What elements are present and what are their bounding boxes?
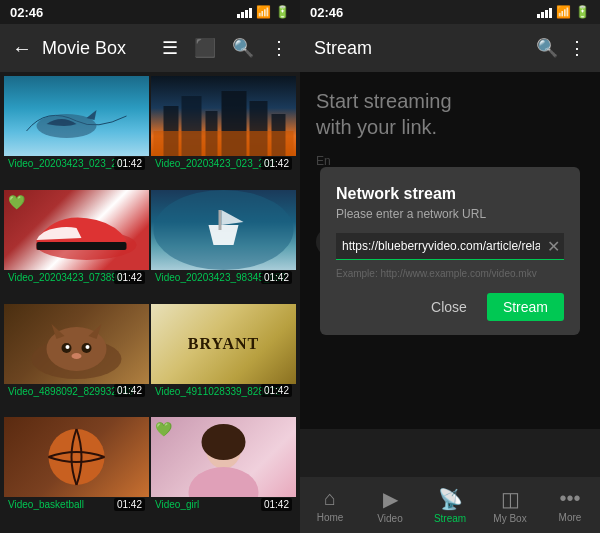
more-nav-icon: ••• <box>559 487 580 510</box>
nav-item-stream[interactable]: 📡 Stream <box>420 487 480 524</box>
video-icon: ▶ <box>383 487 398 511</box>
modal-overlay: Network stream Please enter a network UR… <box>300 72 600 429</box>
status-bar-left: 02:46 📶 🔋 <box>0 0 300 24</box>
status-bar-right: 02:46 📶 🔋 <box>300 0 600 24</box>
battery-icon-right: 🔋 <box>575 5 590 19</box>
nav-label-video: Video <box>377 513 402 524</box>
nav-label-stream: Stream <box>434 513 466 524</box>
nav-label-mybox: My Box <box>493 513 526 524</box>
duration-7: 01:42 <box>114 498 145 511</box>
svg-point-21 <box>202 424 246 460</box>
stream-content: Start streaming with your link. En https… <box>300 72 600 477</box>
signal-icon <box>237 6 252 18</box>
video-grid: 01:42 Video_20203423_023_221 01:42 Video… <box>0 72 300 533</box>
stream-icon: 📡 <box>438 487 463 511</box>
network-stream-dialog: Network stream Please enter a network UR… <box>320 167 580 335</box>
duration-8: 01:42 <box>261 498 292 511</box>
wifi-icon-right: 📶 <box>556 5 571 19</box>
status-icons-left: 📶 🔋 <box>237 5 290 19</box>
clear-input-button[interactable]: ✕ <box>547 237 560 256</box>
svg-rect-11 <box>219 210 222 230</box>
time-left: 02:46 <box>10 5 43 20</box>
duration-4: 01:42 <box>261 271 292 284</box>
duration-2: 01:42 <box>261 157 292 170</box>
battery-icon: 🔋 <box>275 5 290 19</box>
duration-3: 01:42 <box>114 271 145 284</box>
cast-icon[interactable]: ⬛ <box>194 37 216 59</box>
video-item-1[interactable]: 01:42 Video_20203423_023_221 <box>4 76 149 188</box>
left-panel: 02:46 📶 🔋 ← Movie Box ☰ ⬛ 🔍 ⋮ <box>0 0 300 533</box>
modal-placeholder: Example: http://www.example.com/video.mk… <box>336 268 564 279</box>
svg-point-16 <box>66 345 70 349</box>
nav-item-more[interactable]: ••• More <box>540 487 600 523</box>
left-header-title: Movie Box <box>42 38 152 59</box>
more-icon-right[interactable]: ⋮ <box>568 37 586 59</box>
header-icons-left: ☰ ⬛ 🔍 ⋮ <box>162 37 288 59</box>
bottom-nav: ⌂ Home ▶ Video 📡 Stream ◫ My Box ••• Mor… <box>300 477 600 533</box>
search-icon-left[interactable]: 🔍 <box>232 37 254 59</box>
modal-buttons: Close Stream <box>336 293 564 321</box>
video-item-4[interactable]: 01:42 Video_20203423_98345_887 <box>151 190 296 302</box>
search-icon-right[interactable]: 🔍 <box>536 37 558 59</box>
video-item-2[interactable]: 01:42 Video_20203423_023_262 <box>151 76 296 188</box>
nav-label-more: More <box>559 512 582 523</box>
svg-rect-9 <box>37 242 127 250</box>
heart-icon-8: 💚 <box>155 421 172 437</box>
duration-1: 01:42 <box>114 157 145 170</box>
header-left: ← Movie Box ☰ ⬛ 🔍 ⋮ <box>0 24 300 72</box>
duration-5: 01:42 <box>114 384 145 397</box>
modal-subtitle: Please enter a network URL <box>336 207 564 221</box>
svg-rect-7 <box>154 131 294 156</box>
video-item-6[interactable]: BRYANT 01:42 Video_4911028339_828372 <box>151 304 296 416</box>
svg-point-22 <box>189 467 259 497</box>
svg-point-19 <box>49 429 105 485</box>
wifi-icon: 📶 <box>256 5 271 19</box>
list-icon[interactable]: ☰ <box>162 37 178 59</box>
status-icons-right: 📶 🔋 <box>537 5 590 19</box>
right-panel: 02:46 📶 🔋 Stream 🔍 ⋮ Start streaming wit… <box>300 0 600 533</box>
modal-title: Network stream <box>336 185 564 203</box>
mybox-icon: ◫ <box>501 487 520 511</box>
signal-icon-right <box>537 6 552 18</box>
svg-point-17 <box>86 345 90 349</box>
modal-stream-button[interactable]: Stream <box>487 293 564 321</box>
video-item-5[interactable]: 01:42 Video_4898092_829932949 <box>4 304 149 416</box>
nav-label-home: Home <box>317 512 344 523</box>
modal-close-button[interactable]: Close <box>419 293 479 321</box>
header-right: Stream 🔍 ⋮ <box>300 24 600 72</box>
svg-point-18 <box>72 353 82 359</box>
video-item-8[interactable]: 💚 01:42 Video_girl <box>151 417 296 529</box>
nav-item-video[interactable]: ▶ Video <box>360 487 420 524</box>
time-right: 02:46 <box>310 5 343 20</box>
home-icon: ⌂ <box>324 487 336 510</box>
right-header-title: Stream <box>314 38 526 59</box>
nav-item-mybox[interactable]: ◫ My Box <box>480 487 540 524</box>
nav-item-home[interactable]: ⌂ Home <box>300 487 360 523</box>
video-item-7[interactable]: 01:42 Video_basketball <box>4 417 149 529</box>
more-icon-left[interactable]: ⋮ <box>270 37 288 59</box>
bryant-text: BRYANT <box>188 335 260 353</box>
network-url-input[interactable] <box>336 233 564 260</box>
duration-6: 01:42 <box>261 384 292 397</box>
modal-input-container: ✕ <box>336 233 564 260</box>
video-item-3[interactable]: 💚 01:42 Video_20203423_073892 <box>4 190 149 302</box>
back-button[interactable]: ← <box>12 37 32 60</box>
